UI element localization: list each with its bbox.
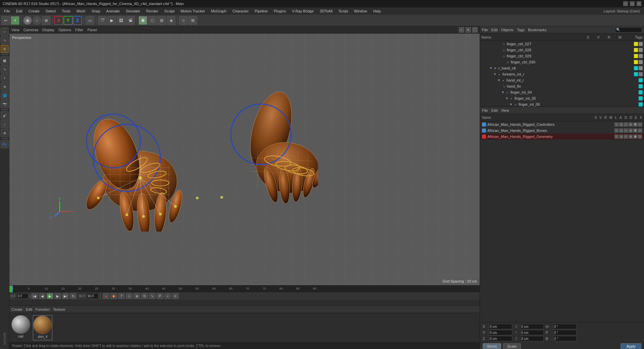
key-all-button[interactable]: ⊹	[126, 293, 132, 299]
menu-snap[interactable]: Snap	[89, 8, 103, 14]
undo-button[interactable]: ↩	[1, 16, 10, 25]
menu-select[interactable]: Select	[43, 8, 59, 14]
render-all[interactable]: 📽	[126, 16, 135, 25]
expand-forearm[interactable]: ▼	[493, 72, 496, 76]
obj-menu-tags[interactable]: Tags	[517, 28, 525, 32]
bottom-row-controllers[interactable]: African_Man_Hands_Rigged_Controllers ⊹ ●…	[480, 121, 644, 128]
expand-hand-int[interactable]: ▼	[497, 79, 500, 82]
menu-tools[interactable]: Tools	[59, 8, 73, 14]
obj-row-finger-ctrl-028[interactable]: ◇ finger_ctrl_028	[480, 47, 644, 53]
apply-button[interactable]: Apply	[621, 343, 641, 349]
obj-menu-objects[interactable]: Objects	[501, 28, 514, 32]
display-quick[interactable]: ⊞	[157, 16, 166, 25]
viewport[interactable]: Perspective	[9, 34, 480, 285]
menu-script[interactable]: Script	[336, 8, 351, 14]
obj-row-finger-ctrl-029[interactable]: ◇ finger_ctrl_029	[480, 53, 644, 59]
vp-menu-view[interactable]: View	[11, 28, 19, 32]
expand-r-hand-ctl[interactable]: ▼	[489, 66, 492, 70]
mat-menu-edit[interactable]: Edit	[26, 307, 32, 311]
vp-menu-cameras[interactable]: Cameras	[23, 28, 39, 32]
render-view[interactable]: ▶	[107, 16, 116, 25]
menu-pipeline[interactable]: Pipeline	[252, 8, 270, 14]
bottom-row-bones[interactable]: African_Man_Hands_Rigged_Bones ⊹ ● ✓ ◈ ⬟…	[480, 128, 644, 134]
bottom-menu-view[interactable]: View	[501, 108, 509, 112]
key-point-button[interactable]: •	[164, 293, 171, 299]
bottom-menu-file[interactable]: File	[482, 108, 488, 112]
menu-edit[interactable]: Edit	[13, 8, 25, 14]
tool-python[interactable]: Py	[1, 140, 9, 148]
expand-finger-int-06[interactable]: ▼	[509, 103, 513, 106]
vp-menu-panel[interactable]: Panel	[88, 28, 97, 32]
tool-rig[interactable]: ⊛	[1, 129, 9, 137]
key-param-button[interactable]: P	[157, 293, 163, 299]
select-rect[interactable]: ▭	[86, 16, 94, 25]
vp-icon-3[interactable]: ⛶	[472, 27, 478, 33]
step-back-button[interactable]: ◀	[39, 293, 46, 299]
obj-row-forearm-int-r[interactable]: ▼ ⬥ forearm_int_r	[480, 71, 644, 77]
menu-window[interactable]: Window	[351, 8, 370, 14]
frame-input[interactable]	[16, 293, 28, 299]
timeline-mode-button[interactable]: ≡	[172, 293, 179, 299]
render-region[interactable]: 🎬	[98, 16, 107, 25]
tool-paint[interactable]: 🖌	[1, 111, 9, 119]
tool-scene[interactable]: 🌐	[1, 91, 9, 99]
skin4-ball[interactable]	[33, 315, 52, 334]
key-pos-button[interactable]: ⊕	[133, 293, 140, 299]
vp-icon-1[interactable]: ⊹	[459, 27, 464, 33]
menu-plugins[interactable]: Plugins	[271, 8, 288, 14]
tool-camera[interactable]: 📷	[1, 100, 9, 108]
p-input[interactable]	[553, 330, 577, 335]
menu-mesh[interactable]: Mesh	[74, 8, 88, 14]
tool-rotate[interactable]: ↻	[1, 45, 9, 53]
obj-row-finger-int-06[interactable]: ▼ ⬥ finger_int_06	[480, 101, 644, 106]
menu-mograph[interactable]: MoGraph	[208, 8, 229, 14]
obj-menu-bookmarks[interactable]: Bookmarks	[528, 28, 546, 32]
go-end-button[interactable]: ▶|	[62, 293, 69, 299]
b-input[interactable]	[553, 336, 577, 341]
obj-row-finger-int-05[interactable]: ▼ ⬥ finger_int_05	[480, 95, 644, 101]
h-input[interactable]	[553, 324, 577, 329]
menu-vray[interactable]: V-Ray Bridge	[289, 8, 317, 14]
obj-row-hand-fin[interactable]: ↘ hand_fin	[480, 83, 644, 89]
menu-create[interactable]: Create	[26, 8, 42, 14]
expand-finger-int-04[interactable]: ▼	[501, 91, 504, 94]
mode-y-axis[interactable]: Y	[64, 16, 72, 25]
menu-character[interactable]: Character	[230, 8, 251, 14]
mat-menu-texture[interactable]: Texture	[53, 307, 65, 311]
tool-poly[interactable]: ▦	[1, 56, 9, 64]
mode-texture[interactable]: ○	[33, 16, 41, 25]
material-skin4[interactable]: skin_4	[33, 315, 52, 340]
mode-x-axis[interactable]: X	[54, 16, 63, 25]
obj-row-finger-int-04[interactable]: ▼ ⬥ finger_int_04	[480, 89, 644, 95]
menu-help[interactable]: Help	[371, 8, 384, 14]
step-forward-button[interactable]: ▶	[54, 293, 61, 299]
tool-sculpt[interactable]: ◌	[1, 120, 9, 128]
maximize-button[interactable]: □	[630, 1, 635, 6]
z-position-input[interactable]	[489, 336, 512, 341]
timeline-ruler[interactable]: 0 5 10 15 20 25 30 35 40 45 50 55 60 65 …	[9, 286, 480, 292]
display-wire[interactable]: ⬡	[148, 16, 157, 25]
vp-icon-2[interactable]: ✛	[466, 27, 471, 33]
mode-axis[interactable]: ⊕	[42, 16, 51, 25]
play-button[interactable]: ▶	[47, 293, 53, 299]
scale-button[interactable]: Scale	[503, 343, 521, 349]
tool-deform[interactable]: ⊘	[1, 83, 9, 91]
obj-search-input[interactable]	[615, 27, 642, 33]
world-button[interactable]: World	[483, 343, 501, 349]
mode-model[interactable]: ◉	[23, 16, 32, 25]
bottom-menu-edit[interactable]: Edit	[491, 108, 498, 112]
vp-menu-options[interactable]: Options	[58, 28, 71, 32]
mat-menu-create[interactable]: Create	[11, 307, 22, 311]
key-sel-button[interactable]: ?	[118, 293, 125, 299]
menu-simulate[interactable]: Simulate	[123, 8, 143, 14]
obj-row-hand-int-r[interactable]: ▼ ⬥ hand_int_r	[480, 77, 644, 83]
y-rotation-input[interactable]	[520, 330, 544, 335]
autokey-button[interactable]: ⏺	[110, 293, 117, 299]
loop-button[interactable]: ↻	[70, 293, 76, 299]
bottom-row-geometry[interactable]: African_Man_Hands_Rigged_Geometry ⊹ ● ✓ …	[480, 134, 644, 140]
menu-file[interactable]: File	[1, 8, 13, 14]
obj-row-r-hand-ctl[interactable]: ▼ ⊕ r_hand_ctl	[480, 65, 644, 71]
key-rot-button[interactable]: ↻	[141, 293, 148, 299]
minimize-button[interactable]: −	[623, 1, 628, 6]
snap-grid[interactable]: ⊞	[189, 16, 197, 25]
